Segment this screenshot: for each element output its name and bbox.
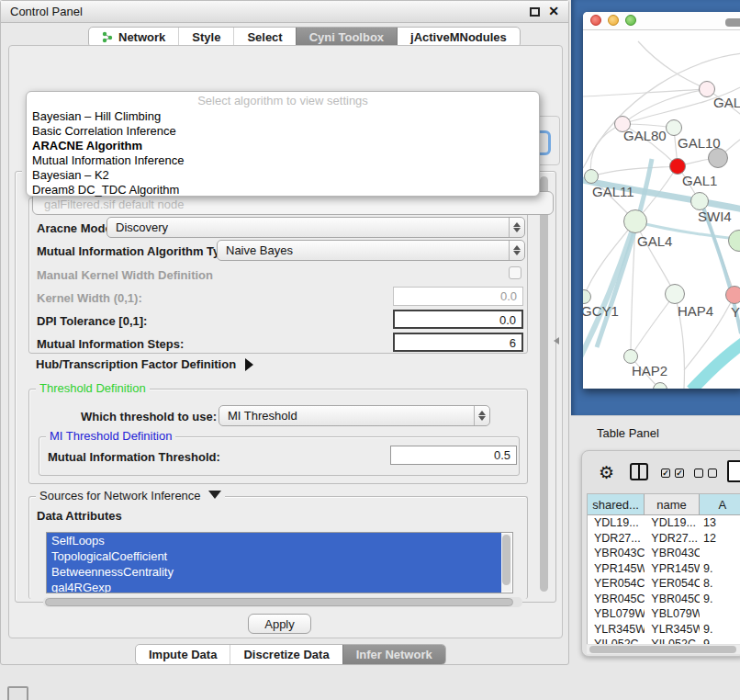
table-cell[interactable]: YER054C <box>645 576 700 592</box>
table-cell[interactable]: YIL052C <box>645 637 700 644</box>
table-cell[interactable]: 8. <box>700 576 740 592</box>
table-cell[interactable]: YPR145W <box>588 561 645 577</box>
table-row[interactable]: YDL19...YDL19...13 <box>588 515 740 531</box>
network-node[interactable] <box>623 209 647 233</box>
column-header[interactable]: name <box>645 494 700 514</box>
network-node[interactable] <box>690 192 709 210</box>
table-cell[interactable]: YER054C <box>588 576 645 592</box>
column-header[interactable]: A <box>700 494 740 514</box>
dpi-tolerance-field[interactable]: 0.0 <box>393 310 523 329</box>
close-icon[interactable]: ✕ <box>548 4 559 18</box>
checked-checkboxes-icon[interactable]: ✓ <box>661 469 670 478</box>
attributes-scrollbar-thumb[interactable] <box>502 535 510 585</box>
algorithm-option[interactable]: Basic Correlation Inference <box>27 124 539 139</box>
hub-definition-toggle[interactable]: Hub/Transcription Factor Definition <box>36 357 253 371</box>
table-cell[interactable] <box>700 546 740 561</box>
settings-scrollbar-thumb[interactable] <box>540 176 548 592</box>
table-cell[interactable]: 13 <box>700 515 740 531</box>
attribute-list-item[interactable]: SelfLoops <box>47 533 501 548</box>
attribute-list-item[interactable]: gal4RGexp <box>47 580 501 593</box>
bottom-float-panel-icon[interactable] <box>7 686 28 700</box>
tab-impute-data[interactable]: Impute Data <box>136 645 230 664</box>
table-header-row: shared...nameA <box>588 494 740 515</box>
unchecked-checkboxes-icon[interactable] <box>694 469 703 478</box>
network-node[interactable] <box>725 286 740 304</box>
which-threshold-combo[interactable]: MI Threshold <box>219 405 490 426</box>
table-row[interactable]: YPR145WYPR145W9. <box>588 561 740 577</box>
table-cell[interactable]: YBR043C <box>588 546 645 561</box>
attributes-hscrollbar-thumb[interactable] <box>45 598 513 606</box>
algorithm-option[interactable]: Bayesian – K2 <box>27 168 539 183</box>
attribute-list-item[interactable]: BetweennessCentrality <box>47 564 501 580</box>
algorithm-option[interactable]: Mutual Information Inference <box>27 153 539 168</box>
table-row[interactable]: YLR345WYLR345W9. <box>588 622 740 638</box>
network-canvas[interactable]: GAL8GAL80GAL10GAL1GAL11SWI4GAL4GCY1HAP4Y… <box>583 30 740 389</box>
network-node-label: GAL4 <box>637 233 672 249</box>
table-cell[interactable]: 12 <box>700 531 740 547</box>
tab-style[interactable]: Style <box>178 28 233 47</box>
zoom-traffic-light-icon[interactable] <box>625 15 636 26</box>
algorithm-option[interactable]: Bayesian – Hill Climbing <box>27 109 539 124</box>
tab-cyni-toolbox[interactable]: Cyni Toolbox <box>296 28 397 47</box>
tab-jactivemnodules[interactable]: jActiveMNodules <box>397 28 520 47</box>
table-row[interactable]: YBR045CYBR045C9. <box>588 592 740 607</box>
table-cell[interactable]: YDL19... <box>588 515 645 531</box>
table-cell[interactable]: YBR045C <box>645 592 700 607</box>
table-cell[interactable]: YLR345W <box>645 622 700 638</box>
table-panel-title: Table Panel <box>597 426 659 440</box>
table-cell[interactable]: YLR345W <box>588 622 645 638</box>
table-cell[interactable]: YBR045C <box>588 592 645 607</box>
table-hscrollbar-thumb[interactable] <box>589 646 736 653</box>
table-row[interactable]: YBR043CYBR043C <box>588 546 740 561</box>
table-cell[interactable]: YBR043C <box>645 546 700 561</box>
manual-kernel-width-checkbox[interactable] <box>509 266 521 279</box>
table-cell[interactable]: YIL052C <box>588 637 645 644</box>
network-node[interactable] <box>584 169 599 184</box>
network-node[interactable] <box>666 119 682 136</box>
network-node-label: GAL8 <box>713 95 740 110</box>
table-row[interactable]: YBL079WYBL079W <box>588 606 740 622</box>
document-icon[interactable] <box>727 460 740 482</box>
table-cell[interactable]: 9. <box>700 622 740 638</box>
table-row[interactable]: YER054CYER054C8. <box>588 576 740 592</box>
table-cell[interactable]: YBL079W <box>645 606 700 622</box>
column-header[interactable]: shared... <box>588 494 645 514</box>
gear-icon[interactable]: ⚙ <box>599 462 614 483</box>
attribute-list-item[interactable]: TopologicalCoefficient <box>47 548 501 564</box>
table-cell[interactable]: YDL19... <box>645 515 700 531</box>
float-window-icon[interactable] <box>530 7 540 17</box>
kernel-width-field[interactable]: 0.0 <box>393 287 523 306</box>
mi-algorithm-type-combo[interactable]: Naive Bayes <box>217 240 525 261</box>
splitpane-collapse-icon[interactable] <box>554 337 559 344</box>
unchecked-checkboxes-icon[interactable] <box>708 469 717 478</box>
tab-discretize-data[interactable]: Discretize Data <box>230 645 342 664</box>
minimize-traffic-light-icon[interactable] <box>608 15 619 26</box>
table-cell[interactable]: 9. <box>700 637 740 644</box>
tab-network[interactable]: Network <box>89 28 178 47</box>
network-node[interactable] <box>665 284 685 304</box>
apply-button[interactable]: Apply <box>248 614 311 634</box>
close-traffic-light-icon[interactable] <box>590 15 601 26</box>
algorithm-option[interactable]: Dream8 DC_TDC Algorithm <box>27 183 539 198</box>
columns-icon[interactable] <box>630 463 648 480</box>
checked-checkboxes-icon[interactable]: ✓ <box>675 469 684 478</box>
algorithm-option[interactable]: ARACNE Algorithm <box>27 139 539 153</box>
table-cell[interactable]: YDR27... <box>645 531 700 547</box>
mi-steps-field[interactable]: 6 <box>393 333 523 352</box>
table-cell[interactable]: YBL079W <box>588 606 645 622</box>
table-cell[interactable]: 9. <box>700 592 740 607</box>
mi-threshold-field[interactable]: 0.5 <box>390 446 517 465</box>
tab-select[interactable]: Select <box>233 28 295 47</box>
tab-infer-network[interactable]: Infer Network <box>342 645 445 664</box>
table-cell[interactable] <box>700 606 740 622</box>
network-node[interactable] <box>623 349 638 364</box>
table-row[interactable]: YDR27...YDR27...12 <box>588 531 740 547</box>
table-cell[interactable]: YPR145W <box>645 561 700 577</box>
network-node[interactable] <box>708 148 728 168</box>
sources-group-title[interactable]: Sources for Network Inference <box>36 489 225 502</box>
table-cell[interactable]: YDR27... <box>588 531 645 547</box>
aracne-mode-combo[interactable]: Discovery <box>107 217 525 238</box>
table-cell[interactable]: 9. <box>700 561 740 577</box>
network-icon <box>102 31 114 43</box>
table-row[interactable]: YIL052CYIL052C9. <box>588 637 740 644</box>
